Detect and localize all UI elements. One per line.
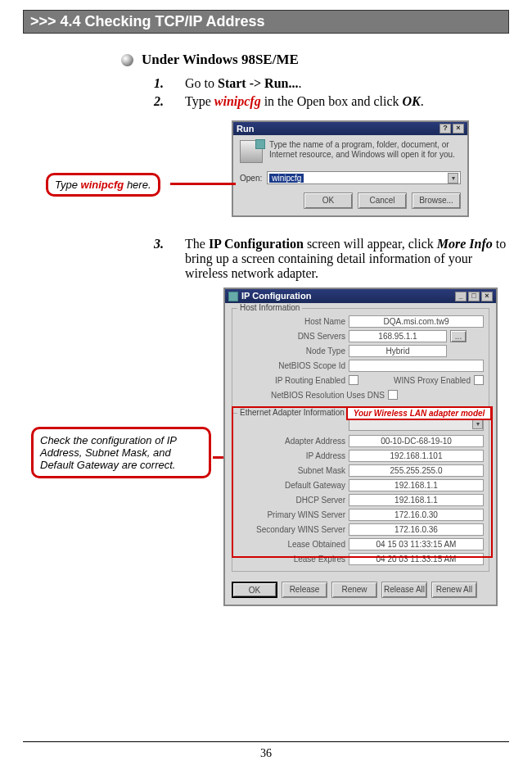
- ipconfig-dialog: IP Configuration _ □ × Host Information …: [223, 288, 498, 606]
- step-number: 3.: [154, 237, 170, 281]
- text-strong: More Info: [437, 237, 493, 251]
- field-value: 172.16.0.30: [349, 509, 484, 521]
- field-label: Default Gateway: [237, 481, 345, 490]
- cancel-button[interactable]: Cancel: [358, 192, 407, 209]
- field-label: Adapter Address: [237, 437, 345, 446]
- text-strong: Start -> Run...: [218, 76, 298, 90]
- run-icon: [240, 140, 263, 163]
- release-all-button[interactable]: Release All: [381, 582, 427, 598]
- field-label: DHCP Server: [237, 496, 345, 505]
- text: Type: [55, 179, 81, 191]
- field-value: 192.168.1.1: [349, 494, 484, 506]
- field-ip-routing: IP Routing Enabled WINS Proxy Enabled: [237, 373, 484, 387]
- field-subnet-mask: Subnet Mask 255.255.255.0: [237, 463, 484, 478]
- field-label: Host Name: [237, 317, 345, 326]
- field-lease-expires: Lease Expires 04 20 03 11:33:15 AM: [237, 551, 484, 566]
- field-value: 00-10-DC-68-19-10: [349, 435, 484, 447]
- callout-adapter-model: Your Wireless LAN adapter model: [346, 406, 492, 420]
- text: in the Open box and click: [261, 94, 403, 108]
- help-button[interactable]: ?: [440, 124, 451, 134]
- run-dialog-figure: Type winipcfg here. Run ? × Type the nam…: [23, 120, 509, 217]
- open-combobox[interactable]: winipcfg ▾: [267, 171, 461, 184]
- run-titlebar: Run ? ×: [233, 122, 467, 135]
- run-description: Type the name of a program, folder, docu…: [269, 140, 461, 163]
- section-header: >>> 4.4 Checking TCP/IP Address: [23, 10, 509, 34]
- text: Type: [185, 94, 214, 108]
- run-title: Run: [237, 124, 254, 134]
- step-list-2: 3. The IP Configuration screen will appe…: [154, 237, 509, 281]
- ok-button[interactable]: OK: [304, 192, 353, 209]
- titlebar-controls: _ □ ×: [455, 292, 493, 301]
- ipconfig-titlebar: IP Configuration _ □ ×: [225, 289, 496, 303]
- text: The: [185, 237, 209, 251]
- field-lease-obtained: Lease Obtained 04 15 03 11:33:15 AM: [237, 537, 484, 551]
- field-value: 192.168.1.1: [349, 479, 484, 491]
- run-dialog: Run ? × Type the name of a program, fold…: [232, 120, 469, 217]
- field-value: 255.255.255.0: [349, 464, 484, 477]
- content-area: Under Windows 98SE/ME 1. Go to Start -> …: [23, 34, 509, 591]
- chevron-down-icon[interactable]: ▾: [472, 419, 483, 429]
- text-command: winipcfg: [81, 179, 124, 191]
- field-label: IP Address: [237, 451, 345, 460]
- open-value: winipcfg: [269, 174, 304, 183]
- dns-more-button[interactable]: ...: [450, 330, 467, 342]
- step-text: The IP Configuration screen will appear,…: [185, 237, 509, 281]
- minimize-button[interactable]: _: [455, 292, 467, 301]
- browse-button[interactable]: Browse...: [412, 192, 461, 209]
- field-value: 04 15 03 11:33:15 AM: [349, 538, 484, 550]
- subheading: Under Windows 98SE/ME: [142, 52, 299, 68]
- ipconfig-icon: [228, 292, 238, 301]
- text-command: winipcfg: [214, 94, 261, 108]
- run-input-row: Open: winipcfg ▾: [240, 171, 461, 184]
- subheading-row: Under Windows 98SE/ME: [121, 52, 509, 68]
- titlebar-controls: ? ×: [440, 124, 464, 134]
- step-number: 1.: [154, 76, 170, 91]
- field-label: NetBIOS Scope Id: [237, 361, 345, 370]
- open-label: Open:: [240, 174, 262, 183]
- field-label: DNS Servers: [237, 332, 345, 341]
- field-node-type: Node Type Hybrid: [237, 343, 484, 358]
- run-button-row: OK Cancel Browse...: [240, 192, 461, 209]
- group-label: Ethernet Adapter Information: [237, 408, 347, 417]
- text-strong: IP Configuration: [209, 237, 304, 251]
- text: .: [298, 76, 301, 90]
- field-secondary-wins: Secondary WINS Server 172.16.0.36: [237, 522, 484, 537]
- callout-type-here: Type winipcfg here.: [46, 173, 160, 197]
- callout-check-config: Check the configuration of IP Address, S…: [31, 427, 211, 478]
- field-dns-servers: DNS Servers 168.95.1.1 ...: [237, 328, 484, 343]
- release-button[interactable]: Release: [282, 582, 327, 598]
- field-label: WINS Proxy Enabled: [358, 376, 471, 385]
- ok-button[interactable]: OK: [232, 582, 277, 598]
- field-label: Subnet Mask: [237, 466, 345, 475]
- text: Go to: [185, 76, 218, 90]
- step-number: 2.: [154, 94, 170, 109]
- field-primary-wins: Primary WINS Server 172.16.0.30: [237, 507, 484, 522]
- step-text: Go to Start -> Run....: [185, 76, 301, 91]
- field-label: Secondary WINS Server: [237, 525, 345, 534]
- checkbox[interactable]: [388, 390, 398, 400]
- host-info-group: Host Information Host Name DQA.msi.com.t…: [232, 308, 489, 408]
- renew-button[interactable]: Renew: [331, 582, 377, 598]
- field-ip-address: IP Address 192.168.1.101: [237, 448, 484, 463]
- step-list-1: 1. Go to Start -> Run.... 2. Type winipc…: [154, 76, 509, 109]
- field-label: NetBIOS Resolution Uses DNS: [237, 391, 385, 400]
- checkbox[interactable]: [349, 375, 358, 385]
- field-label: Lease Obtained: [237, 540, 345, 549]
- field-label: IP Routing Enabled: [237, 376, 345, 385]
- close-button[interactable]: ×: [481, 292, 493, 301]
- adapter-select-row: ▾: [237, 419, 484, 433]
- ipconfig-button-row: OK Release Renew Release All Renew All: [225, 577, 496, 605]
- field-value: 192.168.1.101: [349, 450, 484, 462]
- step-3: 3. The IP Configuration screen will appe…: [154, 237, 509, 281]
- step-2: 2. Type winipcfg in the Open box and cli…: [154, 94, 509, 109]
- checkbox[interactable]: [474, 375, 484, 385]
- chevron-down-icon[interactable]: ▾: [448, 173, 458, 183]
- renew-all-button[interactable]: Renew All: [431, 582, 477, 598]
- footer-rule: [23, 741, 509, 742]
- text: screen will appear, click: [304, 237, 437, 251]
- maximize-button[interactable]: □: [468, 292, 480, 301]
- text: .: [421, 94, 424, 108]
- field-value: Hybrid: [349, 345, 447, 357]
- close-button[interactable]: ×: [453, 124, 464, 134]
- field-value: 168.95.1.1: [349, 330, 447, 342]
